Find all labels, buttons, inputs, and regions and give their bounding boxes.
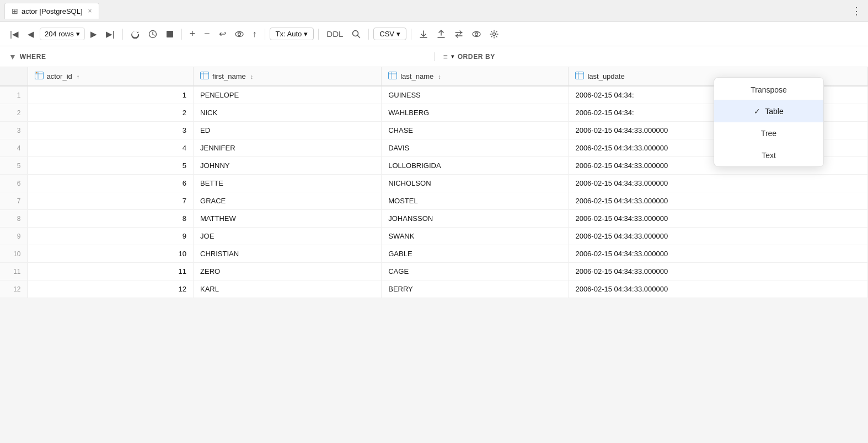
- remove-row-button[interactable]: −: [201, 26, 213, 42]
- row-num-cell: 1: [0, 86, 28, 104]
- search-icon: [352, 30, 361, 39]
- divider-4: [318, 29, 319, 40]
- download-button[interactable]: [416, 28, 431, 41]
- export-icon: [437, 30, 446, 39]
- last-update-cell: 2006-02-15 04:34:33.000000: [569, 280, 868, 298]
- view-button[interactable]: [232, 28, 247, 41]
- ddl-label: DDL: [326, 29, 343, 39]
- where-label: WHERE: [20, 53, 46, 61]
- row-num-cell: 11: [0, 263, 28, 280]
- actor-id-col-icon: [35, 72, 44, 81]
- svg-point-8: [473, 31, 480, 36]
- stop-button[interactable]: [163, 28, 177, 40]
- first-name-cell: BETTE: [194, 175, 382, 192]
- csv-select[interactable]: CSV ▾: [373, 28, 406, 40]
- refresh-button[interactable]: [127, 28, 143, 41]
- where-filter[interactable]: ▼ WHERE: [0, 52, 435, 61]
- csv-label: CSV: [379, 30, 394, 38]
- actor-id-cell: 2: [28, 104, 194, 122]
- col-header-actor-id[interactable]: actor_id ↑: [28, 67, 194, 86]
- settings-button[interactable]: [486, 28, 502, 41]
- last-update-cell: 2006-02-15 04:34:33.000000: [569, 192, 868, 210]
- actor-id-cell: 12: [28, 280, 194, 298]
- history-icon: [148, 30, 157, 39]
- nav-next-button[interactable]: ▶: [87, 27, 100, 41]
- row-num-cell: 4: [0, 139, 28, 157]
- history-button[interactable]: [145, 28, 160, 41]
- svg-rect-15: [201, 72, 209, 79]
- last-name-cell: JOHANSSON: [382, 210, 569, 228]
- svg-point-3: [238, 33, 240, 35]
- divider-2: [181, 29, 182, 40]
- check-icon: ✓: [754, 107, 760, 116]
- svg-rect-18: [389, 72, 397, 79]
- transpose-title: Transpose: [714, 78, 823, 100]
- last-update-cell: 2006-02-15 04:34:33.000000: [569, 210, 868, 228]
- rows-label: 204 rows: [45, 30, 74, 38]
- tx-select[interactable]: Tx: Auto ▾: [270, 28, 314, 40]
- last-update-col-icon: [575, 72, 584, 81]
- table-row[interactable]: 8 8 MATTHEW JOHANSSON 2006-02-15 04:34:3…: [0, 210, 868, 228]
- last-update-col-label: last_update: [587, 72, 624, 80]
- actor-id-cell: 1: [28, 86, 194, 104]
- preview-button[interactable]: [469, 28, 484, 41]
- nav-first-button[interactable]: |◀: [7, 27, 22, 41]
- ddl-button[interactable]: DDL: [323, 27, 346, 41]
- svg-point-2: [235, 31, 243, 36]
- table-row[interactable]: 6 6 BETTE NICHOLSON 2006-02-15 04:34:33.…: [0, 175, 868, 192]
- svg-rect-21: [576, 72, 584, 79]
- actor-tab[interactable]: ⊞ actor [PostgreSQL] ×: [4, 3, 99, 19]
- table-icon: ⊞: [12, 7, 18, 15]
- transpose-tree-item[interactable]: Tree: [714, 122, 823, 144]
- upload-button[interactable]: ↑: [249, 27, 260, 41]
- table-row[interactable]: 12 12 KARL BERRY 2006-02-15 04:34:33.000…: [0, 280, 868, 298]
- last-name-cell: GUINESS: [382, 86, 569, 104]
- search-button[interactable]: [349, 28, 364, 41]
- row-num-cell: 6: [0, 175, 28, 192]
- csv-chevron-icon: ▾: [397, 30, 400, 38]
- nav-prev-button[interactable]: ◀: [24, 27, 37, 41]
- settings-icon: [490, 30, 499, 39]
- preview-icon: [472, 30, 481, 39]
- first-name-cell: KARL: [194, 280, 382, 298]
- table-row[interactable]: 11 11 ZERO CAGE 2006-02-15 04:34:33.0000…: [0, 263, 868, 280]
- row-num-cell: 12: [0, 280, 28, 298]
- last-update-cell: 2006-02-15 04:34:33.000000: [569, 228, 868, 245]
- col-header-first-name[interactable]: first_name ↕: [194, 67, 382, 86]
- last-name-cell: GABLE: [382, 245, 569, 263]
- tab-title: actor [PostgreSQL]: [22, 7, 83, 15]
- actor-id-cell: 10: [28, 245, 194, 263]
- transpose-table-label: Table: [765, 107, 783, 116]
- divider-5: [368, 29, 369, 40]
- last-name-cell: DAVIS: [382, 139, 569, 157]
- export-button[interactable]: [433, 28, 449, 41]
- transpose-text-label: Text: [762, 151, 776, 160]
- undo-button[interactable]: ↩: [216, 26, 229, 41]
- table-row[interactable]: 10 10 CHRISTIAN GABLE 2006-02-15 04:34:3…: [0, 245, 868, 263]
- row-num-cell: 5: [0, 157, 28, 175]
- col-header-last-name[interactable]: last_name ↕: [382, 67, 569, 86]
- last-name-cell: SWANK: [382, 228, 569, 245]
- row-num-cell: 8: [0, 210, 28, 228]
- actor-id-cell: 8: [28, 210, 194, 228]
- actor-id-col-label: actor_id: [47, 72, 72, 80]
- row-num-cell: 9: [0, 228, 28, 245]
- add-row-button[interactable]: +: [186, 26, 199, 42]
- first-name-cell: NICK: [194, 104, 382, 122]
- transfer-button[interactable]: [451, 28, 467, 41]
- row-num-cell: 10: [0, 245, 28, 263]
- actor-id-cell: 3: [28, 122, 194, 139]
- more-options-button[interactable]: ⋮: [849, 3, 864, 19]
- table-row[interactable]: 9 9 JOE SWANK 2006-02-15 04:34:33.000000: [0, 228, 868, 245]
- tab-bar: ⊞ actor [PostgreSQL] × ⋮: [0, 0, 868, 22]
- transpose-table-item[interactable]: ✓ Table: [714, 100, 823, 122]
- refresh-icon: [131, 30, 140, 39]
- rows-select[interactable]: 204 rows ▾: [40, 28, 85, 40]
- transpose-text-item[interactable]: Text: [714, 144, 823, 166]
- tab-close-button[interactable]: ×: [88, 7, 92, 15]
- table-row[interactable]: 7 7 GRACE MOSTEL 2006-02-15 04:34:33.000…: [0, 192, 868, 210]
- svg-point-9: [475, 33, 478, 35]
- nav-last-button[interactable]: ▶|: [103, 27, 118, 41]
- toolbar: |◀ ◀ 204 rows ▾ ▶ ▶| + − ↩ ↑ Tx: Auto ▾: [0, 22, 868, 46]
- orderby-filter[interactable]: ≡ ▾ ORDER BY: [435, 52, 869, 61]
